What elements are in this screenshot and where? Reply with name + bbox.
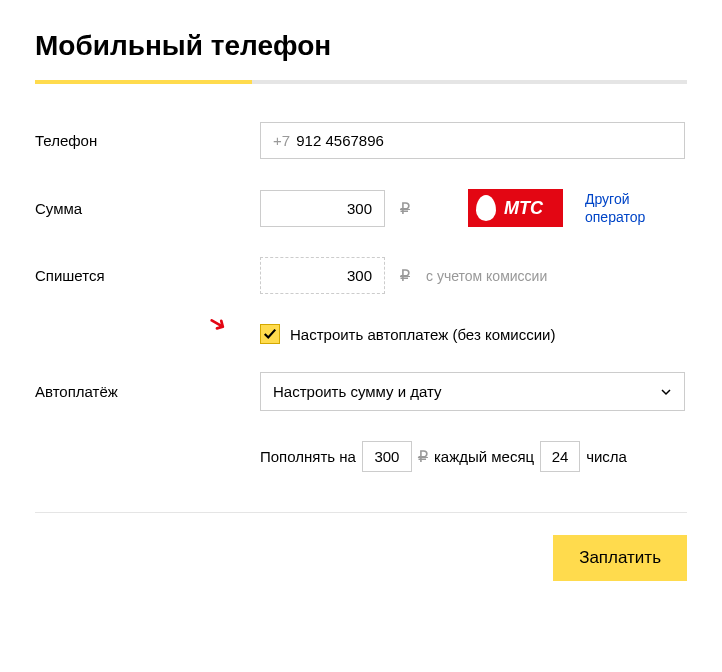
amount-input[interactable] [260,190,385,227]
phone-prefix: +7 [273,132,290,149]
amount-currency: ₽ [400,199,410,218]
autopay-amount-input[interactable] [362,441,412,472]
chevron-down-icon [660,386,672,398]
checkmark-icon [263,327,277,341]
autopay-label: Автоплатёж [35,383,260,400]
autopay-checkbox[interactable] [260,324,280,344]
progress-segment-2 [252,80,469,84]
autopay-details: Пополнять на ₽ каждый месяц числа [260,441,687,472]
operator-logo: МТС [468,189,563,227]
pay-button[interactable]: Заплатить [553,535,687,581]
phone-label: Телефон [35,132,260,149]
autopay-select-value: Настроить сумму и дату [273,383,442,400]
autopay-currency: ₽ [418,447,428,466]
amount-label: Сумма [35,200,260,217]
charged-currency: ₽ [400,266,410,285]
footer: Заплатить [35,535,687,581]
commission-note: с учетом комиссии [426,268,547,284]
charged-input [260,257,385,294]
progress-bar [35,80,687,84]
progress-segment-1 [35,80,252,84]
arrow-icon: ➜ [203,307,232,339]
autopay-day-input[interactable] [540,441,580,472]
autopay-middle-text: каждый месяц [434,448,534,465]
autopay-suffix-text: числа [586,448,627,465]
other-operator-link[interactable]: Другой оператор [585,190,687,226]
operator-name: МТС [504,198,543,219]
charged-label: Спишется [35,267,260,284]
charged-row: Спишется ₽ с учетом комиссии [35,257,687,294]
operator-egg-icon [476,195,496,221]
phone-row: Телефон +7 912 4567896 [35,122,687,159]
divider [35,512,687,513]
progress-segment-3 [470,80,687,84]
autopay-prefix-text: Пополнять на [260,448,356,465]
autopay-row: Автоплатёж Настроить сумму и дату [35,372,687,411]
page-title: Мобильный телефон [35,30,687,62]
phone-number: 912 4567896 [296,132,384,149]
autopay-checkbox-row: ➜ Настроить автоплатеж (без комиссии) [260,324,687,344]
amount-row: Сумма ₽ МТС Другой оператор [35,189,687,227]
phone-input[interactable]: +7 912 4567896 [260,122,685,159]
autopay-checkbox-label: Настроить автоплатеж (без комиссии) [290,326,555,343]
autopay-select[interactable]: Настроить сумму и дату [260,372,685,411]
